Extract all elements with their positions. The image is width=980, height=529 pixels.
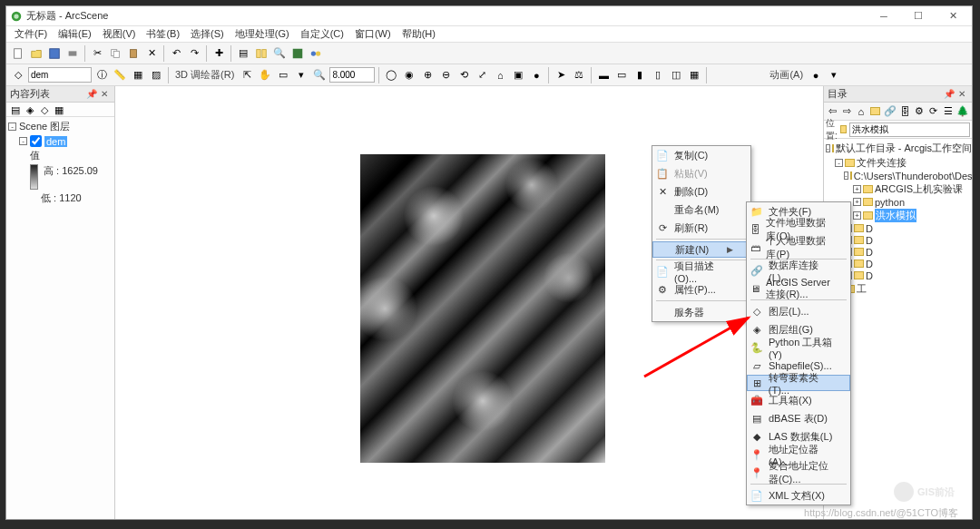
window-icon-2[interactable]: ▭ [613,67,630,83]
cat-list-icon[interactable]: ☰ [941,104,955,119]
window-icon-1[interactable]: ▬ [595,67,612,83]
tree-d3[interactable]: D [866,247,873,258]
ctx-itemdesc[interactable]: 📄项目描述(O)... [652,262,750,280]
ctx-copy[interactable]: 📄复制(C) [652,146,750,164]
minimize-button[interactable]: ─ [868,9,899,24]
paste-icon[interactable] [125,45,142,62]
pin-icon[interactable]: 📌 [85,88,98,101]
layer-checkbox[interactable] [30,135,42,147]
open-icon[interactable] [28,45,44,62]
scale-icon[interactable]: ⚖ [571,67,587,83]
ctx-new[interactable]: 新建(N)▶ [652,241,750,258]
maximize-button[interactable]: ☐ [903,9,934,24]
menu-file[interactable]: 文件(F) [10,27,52,41]
tool-b[interactable]: ◉ [401,67,417,83]
misc-icon-1[interactable]: ▦ [130,67,146,83]
identify-icon[interactable]: ⓘ [93,67,110,83]
toc-layer[interactable]: dem [44,136,67,147]
expand-icon[interactable]: - [835,159,843,167]
menu-edit[interactable]: 编辑(E) [54,27,96,41]
panel-close-icon[interactable]: ✕ [956,88,968,101]
python-icon[interactable] [289,45,306,62]
measure-icon[interactable]: 📏 [112,67,128,83]
tree-d4[interactable]: D [866,259,873,269]
cat-fwd-icon[interactable]: ⇨ [840,104,854,119]
tree-selected[interactable]: 洪水模拟 [875,209,916,222]
expand-icon[interactable]: - [826,144,830,152]
expand-icon[interactable]: + [853,185,861,193]
pointer-icon[interactable]: ➤ [553,67,569,83]
expand-icon[interactable]: - [844,171,848,180]
expand-icon[interactable]: + [853,211,861,220]
pan-icon[interactable]: ✋ [257,67,273,83]
misc-icon-2[interactable]: ▨ [148,67,164,83]
cat-tree-icon[interactable]: 🌲 [956,104,970,119]
layer-icon[interactable]: ◇ [10,67,26,83]
close-button[interactable]: ✕ [937,9,968,24]
redo-icon[interactable]: ↷ [186,45,202,62]
pin-icon[interactable]: 📌 [943,88,956,101]
select-icon[interactable]: ▭ [275,67,291,83]
cat-refresh-icon[interactable]: ⟳ [927,104,941,119]
save-icon[interactable] [46,45,63,62]
window-icon-6[interactable]: ▦ [686,67,702,83]
new-dbase[interactable]: ▤dBASE 表(D) [747,409,850,427]
cat-conn-icon[interactable]: 🔗 [883,104,897,119]
tool-i[interactable]: ● [528,67,544,83]
menu-select[interactable]: 选择(S) [186,27,229,41]
cat-toggle-icon[interactable]: ⚙ [913,104,926,119]
toc-icon[interactable]: ▤ [235,45,251,62]
tool-g[interactable]: ⌂ [492,67,508,83]
cat-home-icon[interactable]: ⌂ [855,104,868,119]
tree-root[interactable]: 默认工作目录 - Arcgis工作空间 [836,142,972,155]
tool-c[interactable]: ⊕ [419,67,436,83]
new-doc-icon[interactable] [10,45,26,62]
toc-view-icon-3[interactable]: ◇ [38,103,51,116]
undo-icon[interactable]: ↶ [168,45,184,62]
menu-geoprocessing[interactable]: 地理处理(G) [230,27,294,41]
window-icon-4[interactable]: ▯ [650,67,666,83]
tree-arcgis[interactable]: ARCGIS上机实验课 [875,182,963,196]
new-layer[interactable]: ◇图层(L)... [747,302,850,320]
new-toolbox[interactable]: 🧰工具箱(X) [747,391,850,409]
menu-customize[interactable]: 自定义(C) [296,27,348,41]
panel-close-icon[interactable]: ✕ [98,88,111,101]
window-icon-5[interactable]: ◫ [668,67,684,83]
add-data-icon[interactable]: ✚ [211,45,227,62]
cat-folder-icon[interactable] [868,104,882,119]
cut-icon[interactable]: ✂ [89,45,105,62]
copy-icon[interactable] [107,45,123,62]
zoom-input[interactable] [329,67,375,83]
new-xml[interactable]: 📄XML 文档(X) [747,486,850,505]
modelbuilder-icon[interactable] [308,45,324,62]
expand-icon[interactable]: - [19,137,27,145]
tree-tool[interactable]: 工 [857,282,867,296]
ctx-props[interactable]: ⚙属性(P)... [652,280,750,299]
new-pytool[interactable]: 🐍Python 工具箱(Y) [747,338,850,357]
window-icon-3[interactable]: ▮ [632,67,648,83]
menu-window[interactable]: 窗口(W) [350,27,396,41]
delete-icon[interactable]: ✕ [143,45,160,62]
menu-help[interactable]: 帮助(H) [397,27,440,41]
tree-desktop[interactable]: C:\Users\Thunderobot\Desktop [854,171,972,181]
toc-view-icon-2[interactable]: ◈ [24,103,36,116]
tree-d5[interactable]: D [866,270,873,281]
chevron-down-icon[interactable]: ▾ [293,67,309,83]
new-pgdb[interactable]: 🗃个人地理数据库(P) [747,239,850,257]
cat-gdb-icon[interactable]: 🗄 [898,104,912,119]
anim-record-icon[interactable]: ● [808,67,824,83]
ctx-rename[interactable]: 重命名(M) [652,201,750,219]
nav-icon[interactable]: ⇱ [239,67,255,83]
ctx-service[interactable]: 服务器 [652,303,750,321]
anim-label[interactable]: 动画(A) [767,68,806,82]
tree-python[interactable]: python [875,197,905,208]
expand-icon[interactable]: + [853,198,861,206]
tree-d2[interactable]: D [866,235,873,246]
toc-scene[interactable]: Scene 图层 [19,120,70,133]
toc-view-icon-4[interactable]: ▦ [53,103,65,116]
anim-more-icon[interactable]: ▾ [826,67,842,83]
ctx-delete[interactable]: ✕删除(D) [652,182,750,201]
expand-icon[interactable]: - [8,122,16,131]
catalog-icon[interactable] [253,45,270,62]
new-arcgis-server[interactable]: 🖥ArcGIS Server 连接(R)... [747,279,850,298]
